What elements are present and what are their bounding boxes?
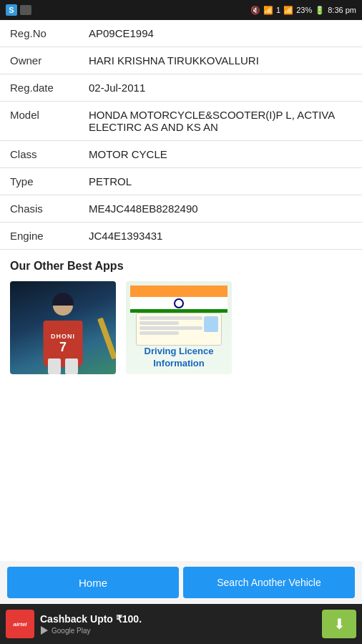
field-label-regno: Reg.No bbox=[0, 20, 79, 47]
table-row: Model HONDA MOTORCYCLE&SCOOTER(I)P L, AC… bbox=[0, 102, 362, 141]
licence-app-label: Driving Licence Information bbox=[130, 346, 228, 370]
status-right-info: 🔇 📶 1 📶 23% 🔋 8:36 pm bbox=[250, 6, 356, 15]
player-helmet bbox=[52, 293, 74, 306]
field-label-type: Type bbox=[0, 168, 79, 195]
table-row: Reg.No AP09CE1994 bbox=[0, 20, 362, 47]
field-label-model: Model bbox=[0, 102, 79, 141]
image-app-icon bbox=[20, 5, 31, 15]
search-another-vehicle-button[interactable]: Search Another Vehicle bbox=[183, 567, 355, 598]
ad-subtitle: Google Play bbox=[40, 626, 316, 635]
player-legs bbox=[48, 358, 78, 374]
dl-photo bbox=[204, 316, 218, 332]
airtel-logo: airtel bbox=[6, 610, 34, 638]
home-button[interactable]: Home bbox=[7, 567, 179, 598]
cricket-app-thumbnail[interactable]: DHONI 7 bbox=[10, 281, 116, 374]
download-icon: ⬇ bbox=[333, 615, 346, 633]
status-left-icons: S bbox=[6, 4, 31, 16]
dl-card-graphic bbox=[136, 313, 222, 346]
vehicle-info-table: Reg.No AP09CE1994 Owner HARI KRISHNA TIR… bbox=[0, 20, 362, 250]
google-play-label: Google Play bbox=[52, 627, 90, 635]
apps-row: DHONI 7 bbox=[10, 281, 352, 374]
ashoka-chakra bbox=[174, 298, 184, 308]
mute-icon: 🔇 bbox=[250, 6, 260, 15]
table-row: Chasis ME4JC448EB8282490 bbox=[0, 195, 362, 223]
left-leg bbox=[48, 358, 61, 374]
ad-banner[interactable]: airtel Cashback Upto ₹100. Google Play ⬇ bbox=[0, 604, 362, 644]
table-row: Engine JC44E1393431 bbox=[0, 223, 362, 250]
field-value-type: PETROL bbox=[79, 168, 362, 195]
table-row: Owner HARI KRISHNA TIRUKKOVALLURI bbox=[0, 47, 362, 74]
india-flag bbox=[130, 286, 228, 313]
field-label-engine: Engine bbox=[0, 223, 79, 250]
status-bar: S 🔇 📶 1 📶 23% 🔋 8:36 pm bbox=[0, 0, 362, 20]
dl-line-3 bbox=[140, 326, 202, 330]
right-leg bbox=[65, 358, 78, 374]
svg-marker-0 bbox=[41, 626, 48, 635]
field-value-owner: HARI KRISHNA TIRUKKOVALLURI bbox=[79, 47, 362, 74]
other-apps-title: Our Other Best Apps bbox=[10, 260, 352, 273]
bottom-buttons-bar: Home Search Another Vehicle bbox=[0, 561, 362, 604]
field-value-chasis: ME4JC448EB8282490 bbox=[79, 195, 362, 223]
signal-icon: 📶 bbox=[283, 6, 293, 15]
jersey-name: DHONI bbox=[51, 333, 75, 340]
driving-licence-app-thumbnail[interactable]: Driving Licence Information bbox=[126, 281, 232, 374]
battery-icon: 🔋 bbox=[315, 6, 325, 15]
field-value-engine: JC44E1393431 bbox=[79, 223, 362, 250]
field-label-owner: Owner bbox=[0, 47, 79, 74]
field-label-class: Class bbox=[0, 141, 79, 168]
wifi-icon: 📶 bbox=[263, 6, 273, 15]
table-row: Reg.date 02-Jul-2011 bbox=[0, 74, 362, 102]
dl-line-4 bbox=[140, 331, 179, 335]
ad-text-block: Cashback Upto ₹100. Google Play bbox=[40, 613, 316, 635]
field-value-class: MOTOR CYCLE bbox=[79, 141, 362, 168]
field-value-regdate: 02-Jul-2011 bbox=[79, 74, 362, 102]
field-value-model: HONDA MOTORCYCLE&SCOOTER(I)P L, ACTIVA E… bbox=[79, 102, 362, 141]
flag-white bbox=[130, 297, 228, 309]
main-content: Reg.No AP09CE1994 Owner HARI KRISHNA TIR… bbox=[0, 20, 362, 561]
sim-icon: 1 bbox=[276, 6, 280, 14]
jersey-number: 7 bbox=[59, 340, 67, 355]
field-label-chasis: Chasis bbox=[0, 195, 79, 223]
dl-line-2 bbox=[140, 321, 179, 325]
table-row: Type PETROL bbox=[0, 168, 362, 195]
field-value-regno: AP09CE1994 bbox=[79, 20, 362, 47]
cricket-player-graphic: DHONI 7 bbox=[31, 296, 95, 374]
google-play-icon bbox=[40, 626, 49, 635]
field-label-regdate: Reg.date bbox=[0, 74, 79, 102]
cricket-bat bbox=[97, 317, 116, 359]
flag-saffron bbox=[130, 286, 228, 297]
s-app-icon: S bbox=[6, 4, 17, 16]
dl-line-1 bbox=[140, 316, 202, 320]
other-apps-section: Our Other Best Apps DHONI 7 bbox=[0, 250, 362, 381]
airtel-label: airtel bbox=[13, 621, 26, 628]
battery-percent: 23% bbox=[296, 6, 312, 14]
table-row: Class MOTOR CYCLE bbox=[0, 141, 362, 168]
clock: 8:36 pm bbox=[328, 6, 356, 14]
ad-title: Cashback Upto ₹100. bbox=[40, 613, 316, 625]
download-button[interactable]: ⬇ bbox=[322, 610, 356, 638]
